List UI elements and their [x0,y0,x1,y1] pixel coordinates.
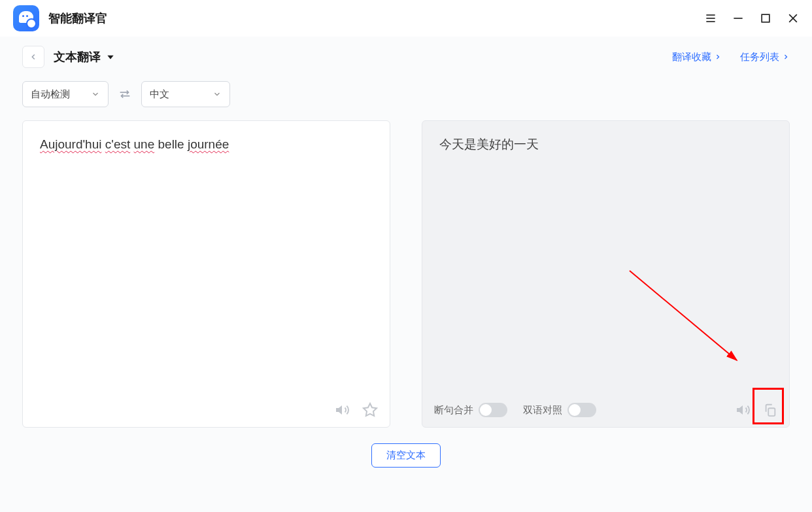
mode-label: 文本翻译 [54,49,101,65]
chevron-right-icon [714,53,722,61]
copy-icon [763,403,777,417]
maximize-button[interactable] [758,11,773,26]
speak-output-button[interactable] [736,402,751,418]
chevron-down-icon [106,52,115,61]
svg-rect-11 [768,408,775,416]
star-icon [362,402,378,418]
input-textarea[interactable]: Aujourd'hui c'est une belle journée [23,121,390,396]
target-language-label: 中文 [150,88,169,101]
speak-input-button[interactable] [335,402,350,418]
window-controls [703,11,800,26]
close-button[interactable] [786,11,800,26]
output-panel: 今天是美好的一天 断句合并 双语对照 [422,120,790,428]
bilingual-toggle[interactable] [567,403,596,417]
menu-button[interactable] [703,11,718,26]
output-footer: 断句合并 双语对照 [422,396,789,427]
svg-rect-4 [762,14,770,22]
favorite-input-button[interactable] [362,402,378,418]
target-language-select[interactable]: 中文 [141,81,230,107]
input-footer [23,396,390,427]
clear-text-button[interactable]: 清空文本 [371,443,441,468]
content-area: 文本翻译 翻译收藏 任务列表 自动检测 中 [0,37,812,512]
favorites-label: 翻译收藏 [672,51,711,63]
app-title: 智能翻译官 [48,10,107,26]
favorites-link[interactable]: 翻译收藏 [672,51,722,63]
swap-languages-button[interactable] [118,87,132,101]
speaker-icon [335,402,350,418]
chevron-right-icon [782,53,790,61]
input-panel: Aujourd'hui c'est une belle journée [22,120,390,428]
output-text: 今天是美好的一天 [422,121,789,396]
chevron-down-icon [212,90,222,99]
subheader: 文本翻译 翻译收藏 任务列表 [22,46,790,68]
title-left: 智能翻译官 [13,5,107,31]
language-row: 自动检测 中文 [22,81,790,107]
bilingual-toggle-label: 双语对照 [523,404,562,417]
tasks-link[interactable]: 任务列表 [740,51,790,63]
source-language-label: 自动检测 [31,88,70,101]
bilingual-toggle-group: 双语对照 [523,403,596,417]
minimize-button[interactable] [731,11,745,26]
title-bar: 智能翻译官 [0,0,812,37]
merge-toggle-label: 断句合并 [434,404,473,417]
speaker-icon [736,402,751,418]
subheader-right: 翻译收藏 任务列表 [672,51,790,63]
swap-icon [118,87,132,101]
back-button[interactable] [22,46,44,68]
chevron-down-icon [91,90,100,99]
svg-marker-7 [107,56,113,60]
translation-panels: Aujourd'hui c'est une belle journée 今天是美… [22,120,790,428]
merge-sentences-toggle[interactable] [479,403,507,417]
tasks-label: 任务列表 [740,51,779,63]
svg-marker-10 [364,403,377,416]
subheader-left: 文本翻译 [22,46,115,68]
merge-sentences-toggle-group: 断句合并 [434,403,507,417]
app-logo [13,5,39,31]
mode-selector[interactable]: 文本翻译 [54,49,115,65]
copy-output-button[interactable] [763,403,777,417]
source-language-select[interactable]: 自动检测 [22,81,109,107]
